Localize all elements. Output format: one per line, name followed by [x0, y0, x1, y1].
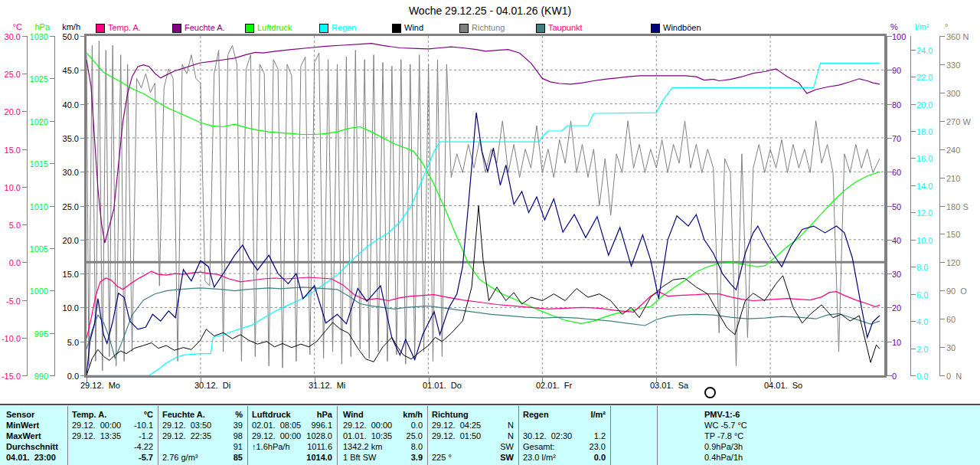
axis-tick-label: 100 — [892, 32, 906, 41]
axis-tick — [22, 149, 27, 150]
axis-tick-label: 0.0 — [0, 372, 79, 381]
series-Regen — [87, 63, 880, 375]
axis-tick — [22, 300, 27, 301]
axis-tick — [910, 212, 916, 213]
axis-tick-label: 40.0 — [0, 100, 79, 110]
table-separator — [518, 406, 519, 465]
x-axis-label: 01.01. Do — [423, 381, 462, 390]
axis-tick-label: 22.0 — [916, 73, 933, 82]
axis-tick-label: 0 N — [946, 372, 962, 381]
axis-unit-wind: km/h — [0, 22, 80, 31]
table-separator — [427, 406, 428, 465]
axis-tick — [939, 121, 945, 122]
table-cell-value: 25.0 — [343, 431, 423, 440]
axis-tick-label: 5.0 — [0, 221, 21, 230]
axis-tick — [939, 234, 945, 234]
axis-tick-label: 270 W — [946, 117, 971, 126]
axis-tick-label: 300 — [946, 89, 960, 98]
axis-tick — [887, 172, 892, 172]
table-cell-value: 1011.6 — [252, 442, 332, 451]
axis-tick-label: 12.0 — [916, 208, 933, 218]
temp-swatch-icon — [96, 24, 105, 33]
axis-tick — [910, 240, 916, 241]
table-row-header: MinWert — [6, 421, 39, 430]
axis-tick — [910, 375, 916, 376]
table-row-header: Sensor — [6, 410, 34, 419]
axis-tick — [939, 36, 945, 37]
table-separator — [657, 406, 658, 465]
axis-tick — [50, 163, 54, 164]
humidity-swatch-icon — [172, 24, 181, 33]
table-row-header: 04.01. 23:00 — [6, 453, 56, 462]
axis-tick-label: 50.0 — [0, 32, 79, 41]
x-axis-label: 02.01. Fr — [536, 381, 572, 390]
axis-tick-label: 40 — [892, 236, 901, 245]
axis-tick-label: 30 — [946, 343, 956, 352]
pmv-line: WC -5.7 °C — [704, 421, 747, 430]
axis-tick-label: 210 — [946, 174, 960, 183]
table-cell-value: 1014.0 — [252, 453, 332, 462]
axis-tick — [910, 158, 916, 159]
axis-tick — [887, 240, 892, 241]
pmv-line: 0.9hPa/3h — [704, 442, 743, 451]
table-separator — [67, 406, 68, 465]
pmv-line: 0.4hPa/1h — [704, 453, 743, 462]
axis-tick — [887, 104, 892, 105]
axis-tick-label: 120 — [946, 258, 960, 267]
axis-tick-label: 16.0 — [916, 154, 933, 163]
table-cell-value: -4.22 — [72, 442, 153, 451]
axis-tick — [887, 375, 892, 376]
axis-tick-label: 150 — [946, 230, 960, 239]
page-title: Woche 29.12.25 - 04.01.26 (KW1) — [0, 5, 980, 17]
legend-label: Luftdruck — [257, 23, 292, 32]
table-cell-value: 3.9 — [343, 453, 423, 462]
weather-chart-window: { "title": "Woche 29.12.25 - 04.01.26 (K… — [0, 0, 980, 465]
legend-label: Feuchte A. — [185, 23, 225, 32]
axis-tick — [22, 111, 27, 112]
x-axis-label: 03.01. Sa — [650, 381, 688, 390]
axis-tick — [50, 290, 54, 291]
table-cell-value: N — [432, 421, 514, 430]
x-axis-label: 04.01. So — [764, 381, 802, 390]
axis-tick-label: 45.0 — [0, 66, 79, 75]
table-cell-value: 85 — [162, 453, 243, 462]
axis-unit-humidity: % — [890, 22, 898, 31]
legend-label: Wind — [404, 23, 423, 32]
axis-tick-label: 10 — [892, 338, 901, 347]
axis-tick-label: 70 — [892, 134, 901, 143]
axis-tick — [939, 262, 945, 263]
table-cell-value: 8.0 — [343, 442, 423, 451]
axis-tick — [910, 104, 916, 105]
axis-tick-label: 0.0 — [0, 258, 21, 267]
axis-tick-label: 30.0 — [0, 168, 79, 177]
axis-tick — [939, 375, 945, 376]
axis-tick-label: 1020 — [0, 117, 48, 126]
legend-label: Richtung — [472, 23, 505, 32]
axis-unit-rain: l/m² — [915, 22, 929, 31]
axis-tick — [939, 178, 945, 178]
axis-tick-label: 20 — [892, 303, 901, 313]
axis-tick — [22, 262, 27, 263]
table-cell-value: 0.0 — [523, 453, 606, 462]
axis-tick-label: 5.0 — [0, 338, 79, 347]
axis-tick-label: 15.0 — [0, 146, 21, 155]
axis-tick-label: 180 S — [946, 202, 969, 211]
axis-tick — [50, 121, 54, 122]
table-cell-value: -10.1 — [72, 421, 153, 430]
dewpoint-swatch-icon — [536, 24, 545, 33]
axis-tick-label: 6.0 — [916, 290, 928, 300]
table-cell-value: 91 — [162, 442, 243, 451]
axis-tick — [939, 347, 945, 348]
table-col-unit: hPa — [252, 410, 332, 419]
axis-tick-label: 1005 — [0, 244, 48, 254]
axis-tick — [939, 93, 945, 93]
axis-tick-label: 50 — [892, 202, 901, 211]
axis-tick-label: 1000 — [0, 287, 48, 296]
series-Feuchte A. — [87, 44, 880, 244]
wind-swatch-icon — [392, 24, 401, 33]
rain-swatch-icon — [319, 24, 328, 33]
x-axis-label: 30.12. Di — [194, 381, 230, 390]
axis-tick — [910, 294, 916, 295]
axis-tick-label: 90 — [892, 66, 901, 75]
axis-tick-label: 80 — [892, 100, 901, 110]
